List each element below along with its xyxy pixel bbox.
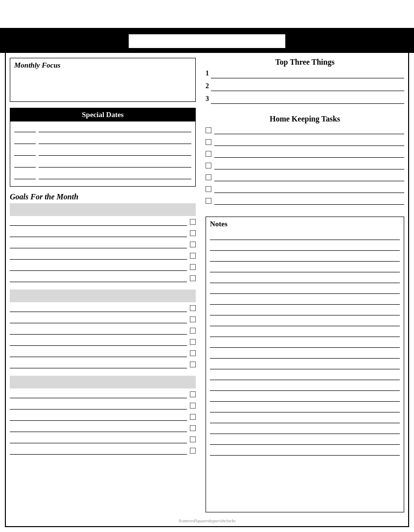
goal-group-header	[10, 376, 196, 388]
notes-section: Notes	[206, 217, 404, 512]
hk-checkbox[interactable]	[206, 139, 211, 145]
hk-row	[206, 197, 404, 205]
top-three-section: Top Three Things 1 2 3	[206, 58, 404, 108]
goal-checkbox[interactable]	[190, 448, 196, 454]
monthly-focus-box: Monthly Focus	[10, 58, 196, 102]
goals-section: Goals For the Month	[10, 193, 196, 462]
main-content: Monthly Focus Special Dates	[0, 53, 414, 517]
goal-line	[10, 413, 187, 421]
hk-line	[214, 150, 404, 158]
notes-line	[210, 423, 400, 434]
goal-line	[10, 402, 187, 410]
goal-checkbox[interactable]	[190, 242, 196, 247]
goal-row	[10, 327, 196, 335]
goal-checkbox[interactable]	[190, 264, 196, 270]
goal-checkbox[interactable]	[190, 403, 196, 409]
goal-line	[10, 327, 187, 335]
goal-row	[10, 274, 196, 282]
numbered-line-2	[211, 83, 404, 91]
top-white-bar	[0, 0, 414, 29]
hk-line	[214, 173, 404, 181]
goal-line	[10, 361, 187, 368]
date-short-line	[14, 136, 36, 144]
row-number-2: 2	[206, 82, 209, 90]
goal-row	[10, 315, 196, 323]
goal-row	[10, 447, 196, 455]
notes-line	[210, 326, 400, 337]
goal-checkbox[interactable]	[190, 253, 196, 259]
goal-group-2	[10, 290, 196, 372]
home-keeping-section: Home Keeping Tasks	[206, 115, 404, 209]
goal-checkbox[interactable]	[190, 328, 196, 334]
notes-title: Notes	[210, 220, 400, 228]
date-long-line	[39, 148, 191, 156]
home-keeping-title: Home Keeping Tasks	[206, 115, 404, 123]
page-wrapper: Monthly Focus Special Dates	[0, 0, 414, 532]
date-short-line	[14, 171, 36, 179]
hk-checkbox[interactable]	[206, 127, 211, 133]
goal-checkbox[interactable]	[190, 305, 196, 311]
notes-line	[210, 445, 400, 456]
goal-group-3	[10, 376, 196, 458]
goal-line	[10, 315, 187, 323]
hk-checkbox[interactable]	[206, 151, 211, 157]
goals-title: Goals For the Month	[10, 193, 196, 201]
goal-line	[10, 218, 187, 226]
special-date-row	[14, 148, 191, 156]
goal-checkbox[interactable]	[190, 339, 196, 345]
left-column: Monthly Focus Special Dates	[10, 58, 196, 512]
goal-line	[10, 435, 187, 443]
goal-row	[10, 218, 196, 226]
goal-line	[10, 241, 187, 248]
goal-checkbox[interactable]	[190, 414, 196, 420]
numbered-line-3	[211, 96, 404, 104]
goal-checkbox[interactable]	[190, 362, 196, 367]
goal-row	[10, 229, 196, 237]
header-input[interactable]	[129, 34, 285, 48]
special-dates-section: Special Dates	[10, 108, 196, 187]
goal-checkbox[interactable]	[190, 391, 196, 397]
hk-checkbox[interactable]	[206, 174, 211, 180]
hk-line	[214, 126, 404, 134]
hk-row	[206, 185, 404, 193]
goal-checkbox[interactable]	[190, 350, 196, 356]
goal-checkbox[interactable]	[190, 275, 196, 281]
date-long-line	[39, 160, 191, 168]
date-short-line	[14, 148, 36, 156]
date-long-line	[39, 124, 191, 132]
goal-line	[10, 304, 187, 312]
goal-checkbox[interactable]	[190, 230, 196, 236]
goal-checkbox[interactable]	[190, 425, 196, 431]
goal-line	[10, 447, 187, 455]
hk-checkbox[interactable]	[206, 198, 211, 204]
date-short-line	[14, 160, 36, 168]
notes-line	[210, 380, 400, 391]
hk-checkbox[interactable]	[206, 163, 211, 169]
special-date-row	[14, 160, 191, 168]
notes-line	[210, 359, 400, 369]
hk-line	[214, 138, 404, 146]
special-date-row	[14, 124, 191, 132]
goal-checkbox[interactable]	[190, 219, 196, 225]
goal-line	[10, 424, 187, 432]
hk-row	[206, 138, 404, 146]
notes-line	[210, 272, 400, 283]
date-long-line	[39, 136, 191, 144]
goal-checkbox[interactable]	[190, 436, 196, 442]
goal-group-header	[10, 290, 196, 302]
goal-row	[10, 349, 196, 357]
notes-line	[210, 412, 400, 423]
goal-group-header	[10, 203, 196, 216]
notes-line	[210, 294, 400, 305]
notes-line	[210, 337, 400, 348]
goal-line	[10, 263, 187, 271]
notes-line	[210, 240, 400, 251]
goal-row	[10, 263, 196, 271]
goal-row	[10, 424, 196, 432]
hk-checkbox[interactable]	[206, 186, 211, 192]
monthly-focus-title: Monthly Focus	[14, 61, 191, 70]
goal-checkbox[interactable]	[190, 316, 196, 322]
goal-line	[10, 338, 187, 346]
goal-row	[10, 413, 196, 421]
notes-line	[210, 251, 400, 262]
